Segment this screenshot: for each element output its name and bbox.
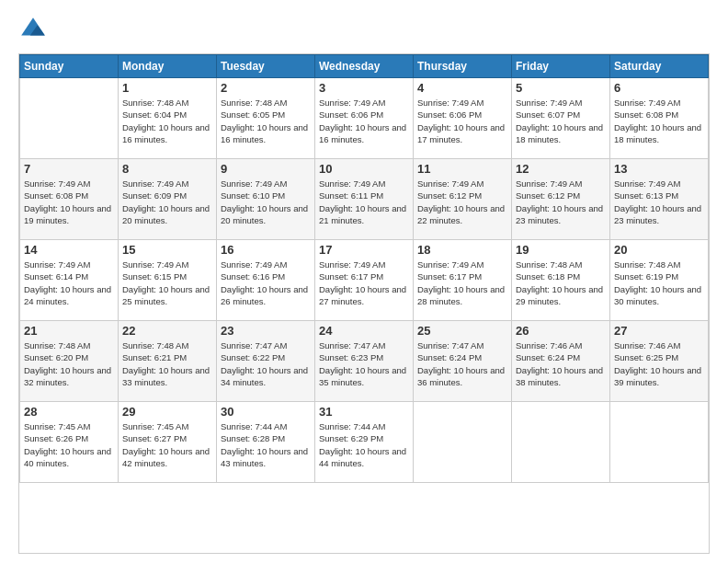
- calendar-cell: 9 Sunrise: 7:49 AMSunset: 6:10 PMDayligh…: [217, 159, 315, 240]
- calendar-cell: 14 Sunrise: 7:49 AMSunset: 6:14 PMDaylig…: [20, 240, 119, 321]
- day-number: 11: [417, 162, 507, 176]
- day-info: Sunrise: 7:44 AMSunset: 6:28 PMDaylight:…: [221, 420, 311, 469]
- day-info: Sunrise: 7:48 AMSunset: 6:19 PMDaylight:…: [614, 259, 704, 307]
- calendar-week-row: 21 Sunrise: 7:48 AMSunset: 6:20 PMDaylig…: [20, 321, 709, 402]
- day-info: Sunrise: 7:49 AMSunset: 6:13 PMDaylight:…: [614, 178, 704, 226]
- day-number: 30: [221, 405, 311, 419]
- calendar-cell: 2 Sunrise: 7:48 AMSunset: 6:05 PMDayligh…: [217, 78, 315, 159]
- day-info: Sunrise: 7:45 AMSunset: 6:27 PMDaylight:…: [122, 420, 212, 469]
- day-number: 29: [122, 405, 212, 419]
- day-info: Sunrise: 7:49 AMSunset: 6:08 PMDaylight:…: [614, 97, 704, 145]
- calendar-cell: 5 Sunrise: 7:49 AMSunset: 6:07 PMDayligh…: [512, 78, 610, 159]
- calendar-cell: 17 Sunrise: 7:49 AMSunset: 6:17 PMDaylig…: [315, 240, 414, 321]
- day-number: 15: [122, 243, 212, 257]
- day-number: 23: [221, 324, 311, 338]
- calendar-cell: 12 Sunrise: 7:49 AMSunset: 6:12 PMDaylig…: [512, 159, 610, 240]
- day-info: Sunrise: 7:49 AMSunset: 6:15 PMDaylight:…: [122, 259, 212, 307]
- calendar-cell: 29 Sunrise: 7:45 AMSunset: 6:27 PMDaylig…: [119, 402, 217, 483]
- calendar-cell: 8 Sunrise: 7:49 AMSunset: 6:09 PMDayligh…: [119, 159, 217, 240]
- day-info: Sunrise: 7:49 AMSunset: 6:10 PMDaylight:…: [221, 178, 311, 226]
- calendar-cell: 18 Sunrise: 7:49 AMSunset: 6:17 PMDaylig…: [414, 240, 512, 321]
- header-monday: Monday: [119, 55, 217, 78]
- day-number: 31: [319, 405, 409, 419]
- calendar-cell: 20 Sunrise: 7:48 AMSunset: 6:19 PMDaylig…: [610, 240, 709, 321]
- header-saturday: Saturday: [610, 55, 709, 78]
- calendar-cell: 31 Sunrise: 7:44 AMSunset: 6:29 PMDaylig…: [315, 402, 414, 483]
- day-number: 28: [24, 405, 114, 419]
- day-info: Sunrise: 7:49 AMSunset: 6:16 PMDaylight:…: [221, 259, 311, 307]
- calendar: Sunday Monday Tuesday Wednesday Thursday…: [18, 53, 710, 554]
- day-info: Sunrise: 7:49 AMSunset: 6:17 PMDaylight:…: [319, 259, 409, 307]
- calendar-week-row: 7 Sunrise: 7:49 AMSunset: 6:08 PMDayligh…: [20, 159, 709, 240]
- day-number: 12: [516, 162, 606, 176]
- calendar-cell: 19 Sunrise: 7:48 AMSunset: 6:18 PMDaylig…: [512, 240, 610, 321]
- day-info: Sunrise: 7:49 AMSunset: 6:14 PMDaylight:…: [24, 259, 114, 307]
- day-number: 22: [122, 324, 212, 338]
- calendar-week-row: 28 Sunrise: 7:45 AMSunset: 6:26 PMDaylig…: [20, 402, 709, 483]
- day-info: Sunrise: 7:49 AMSunset: 6:06 PMDaylight:…: [417, 97, 507, 145]
- calendar-cell: 23 Sunrise: 7:47 AMSunset: 6:22 PMDaylig…: [217, 321, 315, 402]
- day-info: Sunrise: 7:49 AMSunset: 6:11 PMDaylight:…: [319, 178, 409, 226]
- day-number: 24: [319, 324, 409, 338]
- calendar-cell: 28 Sunrise: 7:45 AMSunset: 6:26 PMDaylig…: [20, 402, 119, 483]
- calendar-cell: 24 Sunrise: 7:47 AMSunset: 6:23 PMDaylig…: [315, 321, 414, 402]
- day-info: Sunrise: 7:48 AMSunset: 6:20 PMDaylight:…: [24, 339, 114, 388]
- day-number: 1: [122, 81, 212, 95]
- calendar-cell: 10 Sunrise: 7:49 AMSunset: 6:11 PMDaylig…: [315, 159, 414, 240]
- day-number: 6: [614, 81, 704, 95]
- day-info: Sunrise: 7:47 AMSunset: 6:22 PMDaylight:…: [221, 339, 311, 388]
- calendar-cell: [414, 402, 512, 483]
- day-info: Sunrise: 7:49 AMSunset: 6:17 PMDaylight:…: [417, 259, 507, 307]
- day-number: 14: [24, 243, 114, 257]
- calendar-cell: 4 Sunrise: 7:49 AMSunset: 6:06 PMDayligh…: [414, 78, 512, 159]
- calendar-cell: 22 Sunrise: 7:48 AMSunset: 6:21 PMDaylig…: [119, 321, 217, 402]
- calendar-week-row: 1 Sunrise: 7:48 AMSunset: 6:04 PMDayligh…: [20, 78, 709, 159]
- day-info: Sunrise: 7:49 AMSunset: 6:07 PMDaylight:…: [516, 97, 606, 145]
- day-info: Sunrise: 7:48 AMSunset: 6:04 PMDaylight:…: [122, 97, 212, 145]
- day-number: 19: [516, 243, 606, 257]
- calendar-cell: 13 Sunrise: 7:49 AMSunset: 6:13 PMDaylig…: [610, 159, 709, 240]
- day-number: 10: [319, 162, 409, 176]
- calendar-cell: 1 Sunrise: 7:48 AMSunset: 6:04 PMDayligh…: [119, 78, 217, 159]
- day-info: Sunrise: 7:49 AMSunset: 6:06 PMDaylight:…: [319, 97, 409, 145]
- day-number: 26: [516, 324, 606, 338]
- day-info: Sunrise: 7:46 AMSunset: 6:24 PMDaylight:…: [516, 339, 606, 388]
- calendar-table: Sunday Monday Tuesday Wednesday Thursday…: [19, 54, 709, 483]
- day-number: 4: [417, 81, 507, 95]
- calendar-cell: 26 Sunrise: 7:46 AMSunset: 6:24 PMDaylig…: [512, 321, 610, 402]
- calendar-cell: 21 Sunrise: 7:48 AMSunset: 6:20 PMDaylig…: [20, 321, 119, 402]
- calendar-cell: 3 Sunrise: 7:49 AMSunset: 6:06 PMDayligh…: [315, 78, 414, 159]
- day-number: 3: [319, 81, 409, 95]
- day-number: 5: [516, 81, 606, 95]
- calendar-cell: 25 Sunrise: 7:47 AMSunset: 6:24 PMDaylig…: [414, 321, 512, 402]
- calendar-cell: 11 Sunrise: 7:49 AMSunset: 6:12 PMDaylig…: [414, 159, 512, 240]
- header: [18, 15, 710, 44]
- day-number: 17: [319, 243, 409, 257]
- day-info: Sunrise: 7:46 AMSunset: 6:25 PMDaylight:…: [614, 339, 704, 388]
- day-info: Sunrise: 7:49 AMSunset: 6:08 PMDaylight:…: [24, 178, 114, 226]
- day-number: 18: [417, 243, 507, 257]
- header-tuesday: Tuesday: [217, 55, 315, 78]
- weekday-header-row: Sunday Monday Tuesday Wednesday Thursday…: [20, 55, 709, 78]
- day-number: 9: [221, 162, 311, 176]
- header-thursday: Thursday: [414, 55, 512, 78]
- day-info: Sunrise: 7:47 AMSunset: 6:24 PMDaylight:…: [417, 339, 507, 388]
- day-info: Sunrise: 7:47 AMSunset: 6:23 PMDaylight:…: [319, 339, 409, 388]
- header-friday: Friday: [512, 55, 610, 78]
- header-wednesday: Wednesday: [315, 55, 414, 78]
- calendar-cell: 15 Sunrise: 7:49 AMSunset: 6:15 PMDaylig…: [119, 240, 217, 321]
- day-info: Sunrise: 7:48 AMSunset: 6:21 PMDaylight:…: [122, 339, 212, 388]
- header-sunday: Sunday: [20, 55, 119, 78]
- page: Sunday Monday Tuesday Wednesday Thursday…: [0, 0, 728, 563]
- day-number: 13: [614, 162, 704, 176]
- day-number: 2: [221, 81, 311, 95]
- logo: [18, 15, 51, 44]
- day-info: Sunrise: 7:49 AMSunset: 6:12 PMDaylight:…: [516, 178, 606, 226]
- day-number: 25: [417, 324, 507, 338]
- day-number: 16: [221, 243, 311, 257]
- calendar-week-row: 14 Sunrise: 7:49 AMSunset: 6:14 PMDaylig…: [20, 240, 709, 321]
- calendar-cell: [20, 78, 119, 159]
- day-info: Sunrise: 7:45 AMSunset: 6:26 PMDaylight:…: [24, 420, 114, 469]
- calendar-cell: [512, 402, 610, 483]
- day-info: Sunrise: 7:49 AMSunset: 6:12 PMDaylight:…: [417, 178, 507, 226]
